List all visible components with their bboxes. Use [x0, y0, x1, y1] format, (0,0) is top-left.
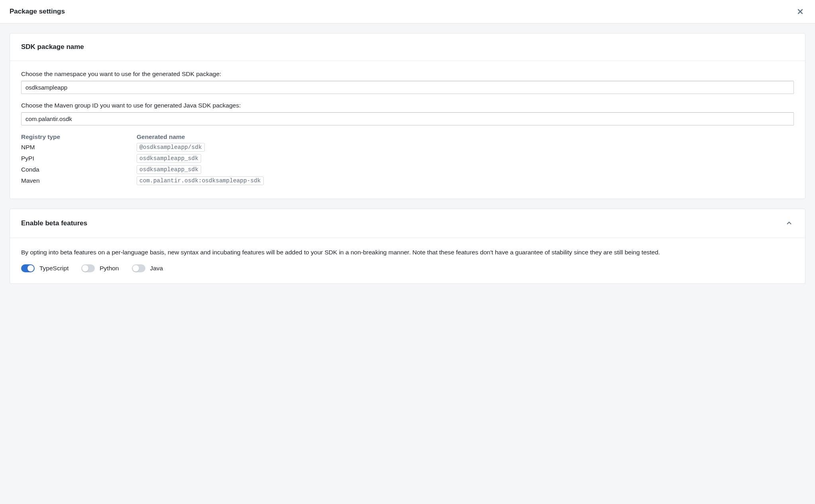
toggle-knob [27, 265, 34, 272]
generated-name-chip: com.palantir.osdk:osdksampleapp-sdk [137, 176, 264, 185]
generated-name-chip: osdksampleapp_sdk [137, 165, 201, 174]
beta-card-title: Enable beta features [21, 219, 87, 227]
toggle-python-switch[interactable] [81, 264, 95, 272]
col-header-registry: Registry type [21, 133, 137, 141]
registry-table-header: Registry type Generated name [21, 133, 794, 141]
col-header-generated: Generated name [137, 133, 794, 141]
toggle-java: Java [132, 264, 163, 272]
registry-name: NPM [21, 144, 137, 151]
dialog-body: SDK package name Choose the namespace yo… [0, 23, 815, 303]
sdk-card-title: SDK package name [21, 43, 84, 51]
namespace-input[interactable] [21, 81, 794, 94]
toggle-knob [82, 265, 88, 272]
generated-name-chip: @osdksampleapp/sdk [137, 143, 205, 152]
beta-card-header: Enable beta features [10, 209, 805, 238]
beta-card-body: By opting into beta features on a per-la… [10, 238, 805, 283]
toggle-typescript-switch[interactable] [21, 264, 35, 272]
registry-name: PyPI [21, 155, 137, 162]
dialog-title: Package settings [10, 8, 65, 16]
toggle-python-label: Python [100, 265, 119, 272]
beta-collapse-button[interactable] [784, 219, 794, 228]
beta-features-card: Enable beta features By opting into beta… [10, 209, 805, 284]
toggle-java-label: Java [150, 265, 163, 272]
toggle-knob [133, 265, 139, 272]
registry-name: Conda [21, 166, 137, 173]
generated-name-chip: osdksampleapp_sdk [137, 154, 201, 163]
namespace-label: Choose the namespace you want to use for… [21, 70, 794, 78]
beta-description: By opting into beta features on a per-la… [21, 248, 794, 257]
beta-toggles-row: TypeScript Python Java [21, 264, 794, 272]
close-button[interactable] [795, 6, 805, 17]
dialog-header: Package settings [0, 0, 815, 23]
toggle-java-switch[interactable] [132, 264, 145, 272]
toggle-python: Python [81, 264, 119, 272]
maven-group-label: Choose the Maven group ID you want to us… [21, 102, 794, 109]
chevron-up-icon [786, 220, 792, 227]
table-row: PyPI osdksampleapp_sdk [21, 154, 794, 163]
sdk-card-header: SDK package name [10, 33, 805, 61]
table-row: Maven com.palantir.osdk:osdksampleapp-sd… [21, 176, 794, 185]
toggle-typescript: TypeScript [21, 264, 69, 272]
sdk-package-card: SDK package name Choose the namespace yo… [10, 33, 805, 199]
maven-group-input[interactable] [21, 112, 794, 125]
table-row: Conda osdksampleapp_sdk [21, 165, 794, 174]
toggle-typescript-label: TypeScript [39, 265, 69, 272]
sdk-card-body: Choose the namespace you want to use for… [10, 61, 805, 199]
registry-name: Maven [21, 177, 137, 184]
close-icon [797, 8, 804, 15]
table-row: NPM @osdksampleapp/sdk [21, 143, 794, 152]
